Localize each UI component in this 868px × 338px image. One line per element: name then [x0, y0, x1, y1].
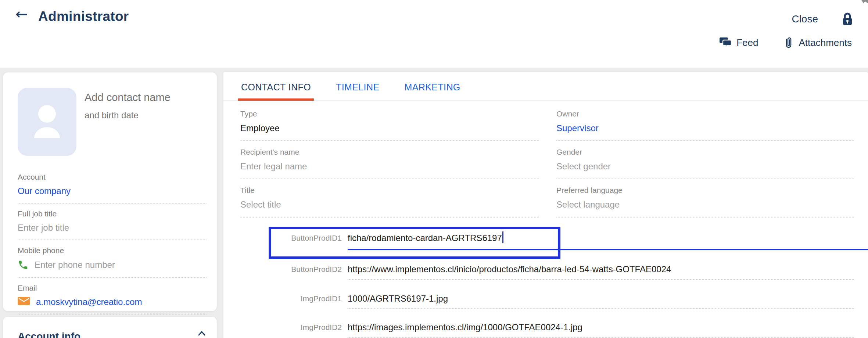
gender-label: Gender: [556, 148, 854, 157]
lock-icon: [842, 12, 853, 26]
account-field: Account Our company: [18, 167, 207, 204]
close-button[interactable]: Close: [792, 13, 818, 25]
type-value[interactable]: Employee: [240, 123, 539, 133]
paperclip-icon: [784, 37, 793, 48]
preferred-language-field[interactable]: Preferred language Select language: [556, 179, 854, 217]
feed-button[interactable]: Feed: [720, 37, 758, 48]
attachments-button[interactable]: Attachments: [784, 37, 852, 48]
feed-label: Feed: [736, 37, 758, 48]
job-title-label: Full job title: [18, 209, 207, 218]
buttonprodid2-field[interactable]: ButtonProdID2 https://www.implementos.cl…: [240, 259, 854, 280]
title-label: Title: [240, 186, 539, 195]
contact-profile-card: Add contact name and birth date Account …: [3, 72, 217, 311]
owner-label: Owner: [556, 109, 854, 118]
envelope-icon: [18, 297, 30, 307]
chevron-up-icon[interactable]: [198, 331, 206, 336]
title-select[interactable]: Select title: [240, 199, 539, 210]
mobile-phone-field[interactable]: Mobile phone Enter phone number: [18, 240, 207, 278]
focused-field-underline: [348, 249, 868, 250]
person-icon: [27, 100, 67, 144]
account-info-header[interactable]: Account info: [18, 331, 206, 338]
title-field[interactable]: Title Select title: [240, 179, 539, 217]
account-info-card: Account info: [3, 317, 217, 338]
page-header: Administrator Close Feed: [0, 0, 868, 68]
phone-icon: [18, 259, 29, 270]
phone-input[interactable]: Enter phone number: [35, 260, 115, 270]
tab-timeline[interactable]: TIMELINE: [335, 82, 380, 100]
preferred-language-label: Preferred language: [556, 186, 854, 195]
account-info-title: Account info: [18, 331, 80, 338]
lock-button[interactable]: [842, 12, 853, 26]
buttonprodid2-label: ButtonProdID2: [240, 265, 348, 274]
tab-contact-info[interactable]: CONTACT INFO: [240, 82, 312, 100]
page-title: Administrator: [38, 9, 129, 24]
imgprodid2-label: ImgProdID2: [240, 323, 348, 332]
imgprodid2-input[interactable]: https://images.implementos.cl/img/1000/G…: [348, 322, 582, 332]
account-label: Account: [18, 173, 207, 181]
recipient-name-label: Recipient's name: [240, 148, 539, 157]
email-label: Email: [18, 284, 207, 292]
owner-field[interactable]: Owner Supervisor: [556, 103, 854, 141]
birth-date-placeholder: and birth date: [85, 110, 171, 121]
buttonprodid1-field[interactable]: ButtonProdID1 ficha/rodamiento-cardan-AG…: [240, 228, 854, 248]
imgprodid1-input[interactable]: 1000/AGRTRS6197-1.jpg: [348, 294, 448, 304]
contact-info-form: Type Employee Owner Supervisor Recipient…: [223, 101, 868, 217]
feed-icon: [720, 37, 731, 48]
contact-name-placeholder: Add contact name: [85, 91, 171, 104]
contact-detail-panel: CONTACT INFO TIMELINE MARKETING Type Emp…: [223, 72, 868, 338]
email-link[interactable]: a.moskvytina@creatio.com: [36, 297, 142, 307]
recipient-name-field[interactable]: Recipient's name Enter legal name: [240, 141, 539, 179]
imgprodid1-label: ImgProdID1: [240, 294, 348, 303]
account-link[interactable]: Our company: [18, 186, 71, 196]
buttonprodid1-input[interactable]: ficha/rodamiento-cardan-AGRTRS6197: [348, 233, 502, 243]
back-arrow-icon[interactable]: [15, 7, 28, 21]
type-label: Type: [240, 109, 539, 118]
job-title-input[interactable]: Enter job title: [18, 223, 207, 233]
buttonprodid1-label: ButtonProdID1: [240, 234, 348, 242]
imgprodid1-field[interactable]: ImgProdID1 1000/AGRTRS6197-1.jpg: [240, 288, 854, 309]
recipient-name-input[interactable]: Enter legal name: [240, 161, 539, 172]
gender-select[interactable]: Select gender: [556, 161, 854, 172]
avatar[interactable]: [18, 88, 76, 156]
type-field[interactable]: Type Employee: [240, 103, 539, 141]
tab-bar: CONTACT INFO TIMELINE MARKETING: [223, 72, 868, 101]
buttonprodid2-input[interactable]: https://www.implementos.cl/inicio/produc…: [348, 264, 671, 274]
gender-field[interactable]: Gender Select gender: [556, 141, 854, 179]
email-field[interactable]: Email a.moskvytina@creatio.com: [18, 278, 207, 314]
attachments-label: Attachments: [799, 37, 852, 48]
preferred-language-select[interactable]: Select language: [556, 199, 854, 210]
imgprodid2-field[interactable]: ImgProdID2 https://images.implementos.cl…: [240, 317, 854, 338]
mobile-phone-label: Mobile phone: [18, 246, 207, 255]
text-caret: [502, 231, 503, 243]
contact-name-field[interactable]: Add contact name and birth date: [85, 88, 171, 156]
owner-link[interactable]: Supervisor: [556, 123, 599, 133]
tab-marketing[interactable]: MARKETING: [403, 82, 461, 100]
header-actions: Feed Attachments: [720, 37, 852, 48]
job-title-field[interactable]: Full job title Enter job title: [18, 204, 207, 240]
